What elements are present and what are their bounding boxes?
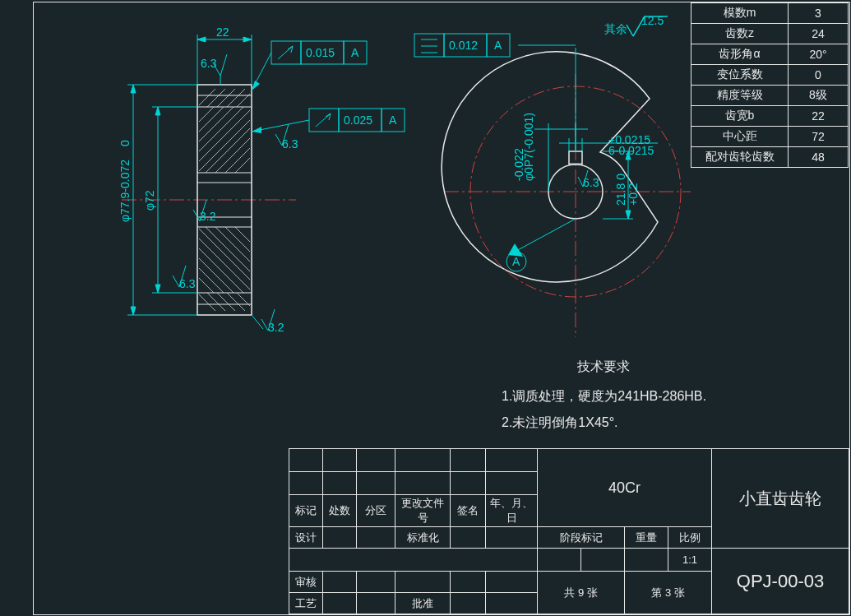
svg-line-11 <box>207 89 225 107</box>
right-view: 6.3 φ0P7(-0.001) -0.022 6-0.0215 +0.0215… <box>414 34 691 337</box>
svg-line-32 <box>215 227 250 262</box>
svg-marker-49 <box>131 307 136 315</box>
gdt-2: 0.025 A <box>252 109 405 133</box>
svg-line-17 <box>199 107 243 151</box>
sf-top-1: 6.3 <box>201 57 217 70</box>
sheets: 共 9 张 <box>538 572 625 614</box>
svg-line-82 <box>516 219 576 251</box>
sheet-no: 第 3 张 <box>625 572 712 614</box>
svg-line-22 <box>215 138 250 173</box>
param-value: 3 <box>789 3 849 24</box>
svg-rect-58 <box>271 41 301 64</box>
svg-marker-62 <box>252 127 261 133</box>
col-doc: 更改文件号 <box>395 495 451 527</box>
scale-value: 1:1 <box>668 549 712 572</box>
svg-marker-44 <box>243 37 252 42</box>
svg-line-55 <box>252 315 263 329</box>
dim-keyh-sup: +0.2 <box>627 183 640 206</box>
sf-right: 6.3 <box>282 137 298 151</box>
svg-line-12 <box>217 89 235 107</box>
col-qty: 处数 <box>323 495 357 527</box>
dim-dia2: φ72 <box>143 190 156 211</box>
title-block: 40Cr 小直齿齿轮 标记 处数 分区 更改文件号 签名 年、月、日 设计 标准… <box>289 448 849 614</box>
gdt1-val: 0.015 <box>306 46 335 59</box>
sf-bot: 3.2 <box>268 321 284 334</box>
svg-rect-63 <box>309 109 339 132</box>
svg-line-24 <box>235 158 250 173</box>
svg-line-37 <box>217 293 235 311</box>
row-std: 标准化 <box>395 527 451 549</box>
sf-center: 3.2 <box>200 210 216 223</box>
weight-label: 重量 <box>625 527 668 549</box>
drawing-number: QPJ-00-03 <box>712 549 849 614</box>
dim-keyw-sup: +0.0215 <box>608 133 650 146</box>
svg-line-29 <box>199 268 224 293</box>
col-sig: 签名 <box>451 495 486 527</box>
dim-width: 22 <box>216 25 229 39</box>
svg-line-34 <box>235 227 250 242</box>
svg-marker-54 <box>155 285 160 293</box>
general-surface-finish: 其余 12.5 <box>604 14 668 36</box>
stage-label: 阶段标记 <box>538 527 625 549</box>
left-view: 22 φ77.9-0.072 0 φ72 6.3 6.3 6.3 3.2 3.2 <box>118 25 405 334</box>
gdt2-val: 0.025 <box>344 113 372 127</box>
dim-dia1-sup: 0 <box>118 140 132 146</box>
gdt3-val: 0.012 <box>449 39 478 52</box>
svg-line-23 <box>225 148 250 173</box>
tech-title: 技术要求 <box>502 354 706 380</box>
svg-marker-57 <box>252 81 260 90</box>
svg-line-27 <box>199 248 243 293</box>
svg-marker-53 <box>155 107 160 115</box>
col-zone: 分区 <box>357 495 395 527</box>
part-name: 小直齿齿轮 <box>712 449 849 549</box>
datum-a: A <box>512 255 520 268</box>
svg-line-21 <box>206 128 250 173</box>
svg-line-10 <box>199 89 215 105</box>
svg-line-18 <box>199 107 234 141</box>
dim-bore-sup: -0.022 <box>512 148 525 181</box>
scale-label: 比例 <box>668 527 712 549</box>
dim-dia1: φ77.9-0.072 <box>118 160 132 222</box>
gdt2-datum: A <box>389 113 397 127</box>
svg-marker-48 <box>131 85 136 93</box>
svg-line-28 <box>199 258 234 293</box>
sf-bore: 6.3 <box>583 176 599 189</box>
row-process: 工艺 <box>289 593 323 614</box>
parameter-table: 模数m3 齿数z24 齿形角α20° 变位系数0 精度等级8级 齿宽b22 中心… <box>691 2 849 168</box>
svg-line-35 <box>199 294 215 311</box>
rest-val: 12.5 <box>641 14 664 27</box>
svg-line-33 <box>225 227 250 252</box>
technical-requirements: 技术要求 1.调质处理，硬度为241HB-286HB. 2.未注明倒角1X45°… <box>502 354 706 436</box>
svg-line-30 <box>199 278 214 293</box>
svg-line-20 <box>199 107 214 122</box>
svg-line-31 <box>206 227 250 271</box>
gdt3-datum: A <box>494 39 502 52</box>
gdt-1: 0.015 A <box>252 41 367 90</box>
row-approve: 批准 <box>395 593 451 614</box>
svg-marker-43 <box>197 37 206 42</box>
svg-line-13 <box>227 89 245 107</box>
svg-marker-81 <box>626 211 631 219</box>
dim-keyh: 21.8 0 <box>614 174 627 206</box>
col-mark: 标记 <box>289 495 323 527</box>
rest-label: 其余 <box>604 22 627 35</box>
material: 40Cr <box>538 449 712 527</box>
sf-left: 6.3 <box>179 277 196 290</box>
svg-line-38 <box>227 293 245 311</box>
col-date: 年、月、日 <box>486 495 538 527</box>
svg-line-36 <box>207 293 225 311</box>
gdt1-datum: A <box>351 46 359 59</box>
row-design: 设计 <box>289 527 323 549</box>
row-check: 审核 <box>289 572 323 593</box>
tech-line2: 2.未注明倒角1X45°. <box>502 410 706 436</box>
svg-line-19 <box>199 107 224 132</box>
tech-line1: 1.调质处理，硬度为241HB-286HB. <box>502 383 706 410</box>
param-label: 模数m <box>691 3 789 24</box>
svg-rect-87 <box>414 34 444 57</box>
